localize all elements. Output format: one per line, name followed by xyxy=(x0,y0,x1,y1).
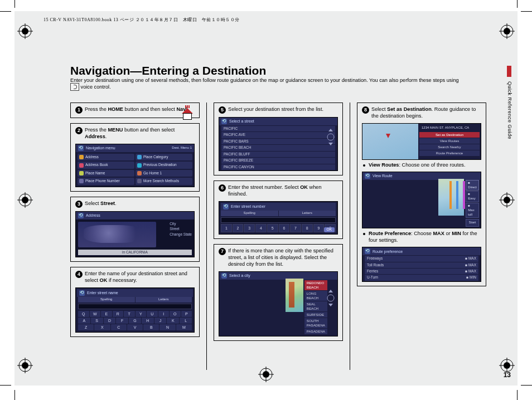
svg-point-11 xyxy=(22,197,28,203)
menu-item: Place Category xyxy=(136,154,192,160)
step-badge-1: 1 xyxy=(75,106,83,114)
numpad-row: 1234567890 xyxy=(221,224,336,232)
back-icon xyxy=(365,173,370,179)
step-4-box: 4 Enter the name of your destination str… xyxy=(70,267,200,337)
ok-button: OK xyxy=(324,227,335,232)
regmark-ml xyxy=(17,192,33,208)
intro-text-1: Enter your destination using one of seve… xyxy=(70,77,459,83)
step-badge-5: 5 xyxy=(219,106,226,114)
step-badge-3: 3 xyxy=(75,201,83,208)
menu-item: Place Name xyxy=(78,170,134,177)
step-badge-7: 7 xyxy=(219,248,226,255)
destination-screen: 1234 MAIN ST. ANYPLACE, CA Set as Destin… xyxy=(362,123,481,160)
dest-options: 1234 MAIN ST. ANYPLACE, CA Set as Destin… xyxy=(418,124,481,159)
back-icon xyxy=(221,273,227,279)
kb-row-1: QWERTYUIOP xyxy=(78,311,192,317)
step-5-text: Select your destination street from the … xyxy=(228,106,338,113)
state-label: in CALIFORNIA xyxy=(78,250,192,255)
step-7-text: If there is more than one city with the … xyxy=(228,248,338,268)
svg-point-29 xyxy=(327,134,334,140)
document-page: 15 CR-V NAVI-31T0A8100.book 13 ページ ２０１４年… xyxy=(0,0,532,400)
step-5-box: 5 Select your destination street from th… xyxy=(214,103,343,175)
step-4-text: Enter the name of your destination stree… xyxy=(85,271,195,284)
step-8-box: 8 Select Set as Destination. Route guida… xyxy=(357,103,486,286)
voice-icon xyxy=(70,83,79,91)
page-title: Navigation—Entering a Destination xyxy=(70,64,266,77)
svg-point-23 xyxy=(504,362,510,369)
home-icon xyxy=(180,104,195,120)
menu-item: Address xyxy=(78,154,134,160)
tab-marker xyxy=(507,66,511,77)
mini-map xyxy=(286,279,303,312)
back-icon xyxy=(79,290,85,296)
svg-point-27 xyxy=(263,371,269,378)
svg-point-15 xyxy=(504,197,510,203)
step-1-box: 1 Press the HOME button and then select … xyxy=(70,103,200,118)
route-preference-screen: Route preference Freeways■ MAXToll Roads… xyxy=(362,247,481,282)
step-8-text: Select Set as Destination. Route guidanc… xyxy=(371,106,481,120)
step-7-box: 7 If there is more than one city with th… xyxy=(214,244,343,341)
step-2-text: Press the MENU button and then select Ad… xyxy=(85,127,195,140)
navigation-menu-screen: Navigation menuDest. Menu 1 AddressPlace… xyxy=(75,144,195,187)
back-icon xyxy=(78,145,84,151)
column-2: 5 Select your destination street from th… xyxy=(214,103,343,346)
bullet-view-routes: View Routes: Choose one of three routes. xyxy=(362,162,481,169)
pref-rows: Freeways■ MAXToll Roads■ MAXFerries■ MAX… xyxy=(362,256,481,281)
street-rows: PACIFICPACIFIC AVEPACIFIC BARSPACIFIC BE… xyxy=(219,126,337,170)
usa-mapacarte-map xyxy=(78,222,156,247)
menu-item: Address Book xyxy=(78,162,134,168)
step-6-box: 6 Enter the street number. Select OK whe… xyxy=(214,181,343,239)
numpad-tabs: SpellingLetters xyxy=(221,211,336,216)
intro-paragraph: Enter your destination using one of seve… xyxy=(70,77,463,91)
numpad-screen: Enter street number SpellingLetters 1234… xyxy=(219,201,338,235)
keyboard-screen: Enter street name SpellingLetters QWERTY… xyxy=(75,287,195,333)
svg-point-3 xyxy=(22,28,28,35)
intro-text-2: voice control. xyxy=(81,85,111,90)
doc-info: 15 CR-V NAVI-31T0A8100.book 13 ページ ２０１４年… xyxy=(43,17,240,23)
kb-tabs: SpellingLetters xyxy=(78,297,192,303)
svg-marker-31 xyxy=(328,290,333,292)
regmark-tr xyxy=(499,23,515,39)
numpad-input xyxy=(221,217,336,223)
step-badge-2: 2 xyxy=(75,127,83,134)
regmark-bl xyxy=(17,358,33,373)
kb-input xyxy=(78,304,192,309)
svg-marker-33 xyxy=(328,304,333,306)
pin-icon xyxy=(386,134,390,138)
address-state-screen: Address CityStreetChange State in CALIFO… xyxy=(75,211,195,257)
back-icon xyxy=(78,213,84,218)
column-1: 1 Press the HOME button and then select … xyxy=(70,103,200,342)
dest-address: 1234 MAIN ST. ANYPLACE, CA xyxy=(419,125,480,131)
back-icon xyxy=(365,248,370,254)
svg-point-19 xyxy=(22,362,28,369)
kb-row-3: ZXCVBNM xyxy=(78,324,192,330)
menu-item: Previous Destination xyxy=(136,162,192,168)
column-3: 8 Select Set as Destination. Route guida… xyxy=(357,103,486,291)
step-badge-8: 8 xyxy=(362,106,369,114)
view-routes-screen: View Route ■ Direct■ Easy■ Max tollStart xyxy=(362,172,481,228)
regmark-mr xyxy=(499,192,515,208)
city-rows: REDONDO BEACHLONG BEACHSEAL BEACHSURFSID… xyxy=(303,279,337,336)
page-number: 13 xyxy=(504,371,511,379)
svg-point-7 xyxy=(504,28,510,35)
step-badge-6: 6 xyxy=(219,184,226,192)
menu-item: More Search Methods xyxy=(136,178,192,184)
svg-marker-30 xyxy=(328,143,333,145)
step-3-text: Select Street. xyxy=(85,201,195,207)
mini-map xyxy=(362,124,418,159)
bullet-route-preference: Route Preference: Choose MAX or MIN for … xyxy=(362,231,481,244)
street-list-screen: Select a street PACIFICPACIFIC AVEPACIFI… xyxy=(219,117,338,171)
back-icon xyxy=(221,119,227,124)
regmark-bc xyxy=(258,367,274,382)
scroll-knob-icon xyxy=(326,129,335,145)
side-label: Quick Reference Guide xyxy=(507,81,512,139)
column-divider-1 xyxy=(206,103,207,370)
back-icon xyxy=(223,204,229,209)
routes-panel: ■ Direct■ Easy■ Max tollStart xyxy=(464,179,481,228)
kb-row-2: ASDFGHJKL xyxy=(78,318,192,324)
start-button: Start xyxy=(466,219,479,227)
step-6-text: Enter the street number. Select OK when … xyxy=(228,184,338,198)
step-1-text: Press the HOME button and then select Na… xyxy=(85,106,195,113)
menu-item: Go Home 1 xyxy=(136,170,192,177)
menu-item: Place Phone Number xyxy=(78,178,134,184)
